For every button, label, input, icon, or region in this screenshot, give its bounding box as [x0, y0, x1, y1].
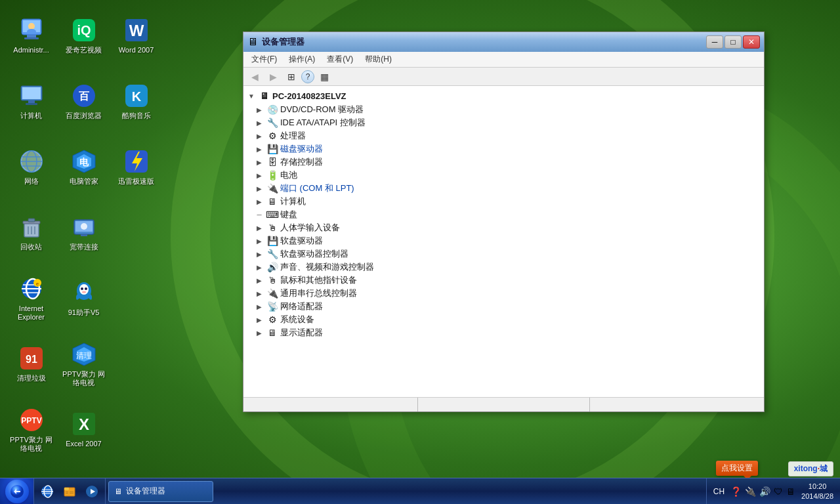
taskbar-ie-button[interactable]	[37, 481, 58, 502]
icon-ie[interactable]: e InternetExplorer	[7, 269, 56, 328]
icon-broadband[interactable]: 宽带连接	[59, 203, 108, 262]
taskbar-app-devmgr[interactable]: 🖥 设备管理器	[108, 481, 213, 502]
start-button[interactable]	[0, 478, 34, 505]
menu-file[interactable]: 文件(F)	[246, 52, 282, 66]
show-hide-button[interactable]: ⊞	[283, 70, 300, 84]
expand-icon-17[interactable]: ▶	[254, 327, 264, 338]
tray-shield-icon[interactable]: 🛡	[773, 486, 784, 497]
tree-item-2[interactable]: ▶ ⚙ 处理器	[243, 129, 764, 142]
tree-item-1[interactable]: ▶ 🔧 IDE ATA/ATAPI 控制器	[243, 116, 764, 129]
props-button[interactable]: ▦	[316, 70, 333, 84]
tray-network-icon[interactable]: 🔌	[744, 486, 757, 497]
menu-view[interactable]: 查看(V)	[322, 52, 358, 66]
expand-icon-6[interactable]: ▶	[254, 183, 264, 194]
recycle-label: 回收站	[20, 243, 42, 251]
tree-item-6[interactable]: ▶ 🔌 端口 (COM 和 LPT)	[243, 182, 764, 195]
expand-icon-3[interactable]: ▶	[254, 144, 264, 154]
tree-item-7[interactable]: ▶ 🖥 计算机	[243, 195, 764, 208]
tree-item-9[interactable]: ▶ 🖱 人体学输入设备	[243, 221, 764, 234]
tree-item-0[interactable]: ▶ 💿 DVD/CD-ROM 驱动器	[243, 103, 764, 116]
taskbar-media-button[interactable]	[81, 481, 102, 502]
icon-computer[interactable]: 计算机	[7, 72, 56, 131]
xitong-logo[interactable]: xitong·城	[788, 461, 833, 476]
computer-label: 计算机	[20, 112, 42, 120]
tree-item-8[interactable]: ─ ⌨ 键盘	[243, 208, 764, 221]
expand-icon-16[interactable]: ▶	[254, 314, 264, 325]
expand-icon-12[interactable]: ▶	[254, 262, 264, 272]
tree-item-15[interactable]: ▶ 📡 网络适配器	[243, 300, 764, 313]
svg-point-38	[81, 223, 87, 230]
expand-icon-4[interactable]: ▶	[254, 157, 264, 167]
admin-icon	[18, 17, 45, 43]
maximize-button[interactable]: □	[724, 35, 742, 49]
menu-action[interactable]: 操作(A)	[284, 52, 320, 66]
taskbar-explorer-button[interactable]	[59, 481, 80, 502]
expand-icon-0[interactable]: ▶	[254, 104, 264, 115]
icon-clean[interactable]: 清理 PPTV聚力 网络电视	[59, 335, 108, 394]
tree-item-11[interactable]: ▶ 🔧 软盘驱动器控制器	[243, 247, 764, 261]
minimize-button[interactable]: ─	[706, 35, 723, 49]
expand-icon-11[interactable]: ▶	[254, 249, 264, 259]
item-icon-1: 🔧	[266, 117, 278, 129]
icon-baidu[interactable]: 百 百度浏览器	[59, 72, 108, 131]
icon-network[interactable]: 网络	[7, 138, 56, 197]
expand-icon-5[interactable]: ▶	[254, 170, 264, 180]
icon-admin[interactable]: Administr...	[7, 7, 56, 66]
tray-clock[interactable]: 10:20 2014/8/28	[799, 482, 836, 501]
input-method[interactable]: CH	[711, 487, 727, 496]
icon-pptv[interactable]: PPTV PPTV聚力 网络电视	[7, 400, 56, 459]
svg-text:百: 百	[79, 91, 90, 102]
icon-thunder[interactable]: 迅雷极速版	[112, 138, 161, 197]
thunder-icon	[123, 148, 150, 175]
tree-item-14[interactable]: ▶ 🔌 通用串行总线控制器	[243, 287, 764, 300]
tree-item-4[interactable]: ▶ 🗄 存储控制器	[243, 156, 764, 169]
icon-pcmgr[interactable]: 电 电脑管家	[59, 138, 108, 197]
expand-icon-13[interactable]: ▶	[254, 275, 264, 285]
tree-item-17[interactable]: ▶ 🖥 显示适配器	[243, 326, 764, 339]
tree-item-3[interactable]: ▶ 💾 磁盘驱动器	[243, 142, 764, 156]
forward-button[interactable]: ▶	[264, 70, 282, 84]
status-section-1	[246, 398, 418, 411]
icon-word2007[interactable]: W Word 2007	[112, 7, 161, 66]
window-title-text: 设备管理器	[262, 36, 702, 48]
expand-icon-1[interactable]: ▶	[254, 117, 264, 128]
window-content[interactable]: ▼ 🖥 PC-20140823ELVZ ▶ 💿 DVD/CD-ROM 驱动器 ▶…	[243, 86, 764, 397]
menu-help[interactable]: 帮助(H)	[360, 52, 397, 66]
expand-icon-9[interactable]: ▶	[254, 222, 264, 233]
expand-icon-2[interactable]: ▶	[254, 131, 264, 141]
tree-item-10[interactable]: ▶ 💾 软盘驱动器	[243, 234, 764, 247]
tree-item-16[interactable]: ▶ ⚙ 系统设备	[243, 313, 764, 326]
tree-item-12[interactable]: ▶ 🔊 声音、视频和游戏控制器	[243, 261, 764, 274]
item-label-14: 通用串行总线控制器	[280, 287, 357, 299]
expand-icon-7[interactable]: ▶	[254, 196, 264, 207]
start-orb	[5, 480, 29, 503]
tray-speaker-icon[interactable]: 🔊	[759, 486, 771, 497]
close-button[interactable]: ✕	[743, 35, 760, 49]
item-label-8: 键盘	[280, 209, 297, 220]
svg-text:清理: 清理	[76, 351, 92, 360]
expand-icon-14[interactable]: ▶	[254, 288, 264, 299]
clean-label: PPTV聚力 网络电视	[62, 370, 105, 387]
icon-91zs[interactable]: 91 清理垃圾	[7, 335, 56, 394]
svg-rect-70	[66, 492, 68, 492]
tree-root[interactable]: ▼ 🖥 PC-20140823ELVZ	[243, 89, 764, 103]
expand-icon-15[interactable]: ▶	[254, 301, 264, 312]
tray-help-icon[interactable]: ❓	[730, 486, 742, 497]
icon-iqiyi[interactable]: iQ 爱奇艺视频	[59, 7, 108, 66]
dianyishezhi-popup[interactable]: 点我设置	[716, 461, 758, 476]
iqiyi-label: 爱奇艺视频	[66, 46, 102, 54]
help-button[interactable]: ?	[301, 70, 314, 83]
expand-icon-10[interactable]: ▶	[254, 236, 264, 246]
icon-recycle[interactable]: 回收站	[7, 203, 56, 262]
expand-icon-8[interactable]: ─	[254, 209, 264, 220]
tree-item-13[interactable]: ▶ 🖱 鼠标和其他指针设备	[243, 274, 764, 287]
svg-text:K: K	[131, 89, 141, 104]
tray-display-icon[interactable]: 🖥	[786, 486, 796, 497]
tree-item-5[interactable]: ▶ 🔋 电池	[243, 169, 764, 182]
back-button[interactable]: ◀	[246, 70, 263, 84]
icon-kugou[interactable]: K 酷狗音乐	[112, 72, 161, 131]
item-icon-5: 🔋	[266, 169, 278, 181]
item-label-5: 电池	[280, 169, 297, 181]
icon-excel[interactable]: X Excel 2007	[59, 400, 108, 459]
icon-qq[interactable]: 91助手V5	[59, 269, 108, 328]
